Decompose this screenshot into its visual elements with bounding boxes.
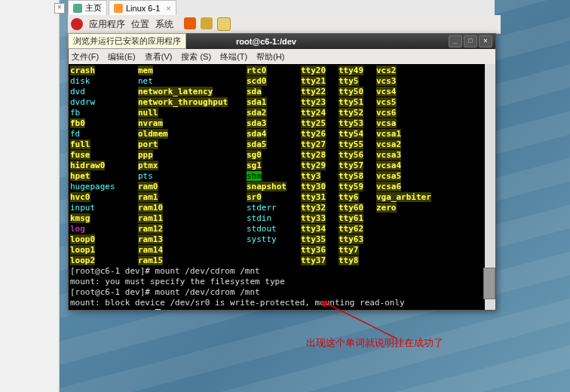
tab-label: 主页	[85, 2, 102, 14]
ls-entry: ram14	[138, 245, 247, 256]
redhat-icon	[71, 18, 83, 30]
ls-entry: vcsa6	[376, 182, 452, 192]
ls-entry: tty58	[339, 171, 376, 182]
menu-help[interactable]: 帮助(H)	[256, 51, 284, 63]
ls-entry: sda5	[247, 139, 301, 150]
ls-entry: vcs2	[376, 66, 452, 76]
ls-entry: tty25	[301, 118, 339, 129]
cursor-icon	[155, 309, 161, 310]
ls-entry: tty6	[339, 192, 376, 203]
ls-entry: vcsa3	[376, 150, 452, 161]
scrollbar-thumb[interactable]	[483, 268, 495, 299]
ls-entry: vcs3	[376, 76, 452, 87]
ls-entry: mem	[138, 66, 247, 76]
tooltip: 浏览并运行已安装的应用程序	[68, 33, 186, 49]
close-button[interactable]: ×	[479, 35, 492, 47]
text-editor-icon[interactable]	[217, 17, 231, 31]
ls-entry: sda2	[247, 108, 301, 118]
ls-entry: pts	[138, 171, 247, 182]
ls-entry: ram15	[138, 256, 247, 266]
ls-entry: stderr	[247, 203, 301, 213]
menu-places[interactable]: 位置	[131, 18, 149, 31]
ls-entry: ram11	[138, 213, 247, 224]
tab-label: Linux 6-1	[126, 4, 160, 13]
ls-entry: hpet	[70, 171, 138, 182]
ls-entry: sda4	[247, 129, 301, 139]
ls-entry: fd	[70, 129, 138, 139]
ls-entry: scd0	[247, 76, 301, 87]
close-sidebar-button[interactable]: ×	[54, 3, 65, 14]
ls-entry: tty59	[339, 182, 376, 192]
ls-entry: ptmx	[138, 161, 247, 171]
ls-entry: ram0	[138, 182, 247, 192]
ls-entry: oldmem	[138, 129, 247, 139]
ls-entry	[376, 213, 452, 224]
ls-entry: tty50	[339, 87, 376, 97]
ls-entry: snapshot	[247, 182, 301, 192]
ls-entry: fb0	[70, 118, 138, 129]
ls-entry: tty52	[339, 108, 376, 118]
ls-entry: tty28	[301, 150, 339, 161]
menu-view[interactable]: 查看(V)	[145, 51, 173, 63]
ls-entry: tty63	[339, 234, 376, 245]
ls-entry	[376, 245, 452, 256]
ls-entry: tty3	[301, 171, 339, 182]
ls-entry: ppp	[138, 150, 247, 161]
gnome-panel: 应用程序 位置 系统	[68, 15, 501, 34]
maximize-button[interactable]: □	[464, 35, 477, 47]
ls-entry: tty60	[339, 203, 376, 213]
terminal-window: root@c6-1:/dev _ □ × 文件(F) 编辑(E) 查看(V) 搜…	[68, 33, 496, 311]
ls-entry: stdin	[247, 213, 301, 224]
ls-entry: tty36	[301, 245, 339, 256]
menu-terminal[interactable]: 终端(T)	[220, 51, 247, 63]
firefox-icon[interactable]	[184, 17, 196, 29]
ls-entry: ram1	[138, 192, 247, 203]
cmd-output: mount: block device /dev/sr0 is write-pr…	[70, 298, 494, 308]
file-manager-icon[interactable]	[201, 17, 213, 29]
ls-entry: null	[138, 108, 247, 118]
minimize-button[interactable]: _	[449, 35, 462, 47]
ls-entry: tty51	[339, 97, 376, 108]
ls-entry: network_latency	[138, 87, 247, 97]
menu-edit[interactable]: 编辑(E)	[108, 51, 136, 63]
ls-entry: nvram	[138, 118, 247, 129]
ls-entry: vga_arbiter	[376, 192, 452, 203]
ls-entry: rtc0	[247, 66, 301, 76]
ls-entry: shm	[247, 171, 301, 182]
close-tab-icon[interactable]: ×	[166, 4, 170, 13]
ls-entry: tty62	[339, 224, 376, 234]
ls-entry: vcs5	[376, 97, 452, 108]
scrollbar[interactable]	[485, 64, 495, 310]
menu-applications[interactable]: 应用程序	[89, 18, 125, 31]
ls-entry: net	[138, 76, 247, 87]
ls-entry: full	[70, 139, 138, 150]
tab-linux[interactable]: Linux 6-1 ×	[109, 0, 176, 15]
ls-entry: hugepages	[70, 182, 138, 192]
ls-entry: tty27	[301, 139, 339, 150]
ls-entry: tty32	[301, 203, 339, 213]
ls-entry: sg1	[247, 161, 301, 171]
ls-entry: tty24	[301, 108, 339, 118]
ls-entry: tty30	[301, 182, 339, 192]
ls-entry: log	[70, 224, 138, 234]
ls-entry: hvc0	[70, 192, 138, 203]
menu-system[interactable]: 系统	[155, 18, 173, 31]
ls-entry: crash	[70, 66, 138, 76]
ls-entry: tty31	[301, 192, 339, 203]
menu-search[interactable]: 搜索 (S)	[181, 51, 211, 63]
ls-entry: network_throughput	[138, 97, 247, 108]
ls-entry: sg0	[247, 150, 301, 161]
ls-entry: fuse	[70, 150, 138, 161]
linux-icon	[114, 4, 123, 13]
ls-entry: kmsg	[70, 213, 138, 224]
ls-entry: tty8	[339, 256, 376, 266]
tab-home[interactable]: 主页	[68, 0, 107, 15]
ls-entry: loop1	[70, 245, 138, 256]
ls-entry: tty61	[339, 213, 376, 224]
terminal-body[interactable]: crashmemrtc0tty20tty49vcs2disknetscd0tty…	[69, 64, 495, 310]
cmd-line: [root@c6-1 dev]# mount /dev/cdrom /mnt	[70, 266, 494, 277]
menu-file[interactable]: 文件(F)	[72, 51, 99, 63]
ls-entry: vcsa5	[376, 171, 452, 182]
ls-entry: sr0	[247, 192, 301, 203]
ls-entry: tty35	[301, 234, 339, 245]
